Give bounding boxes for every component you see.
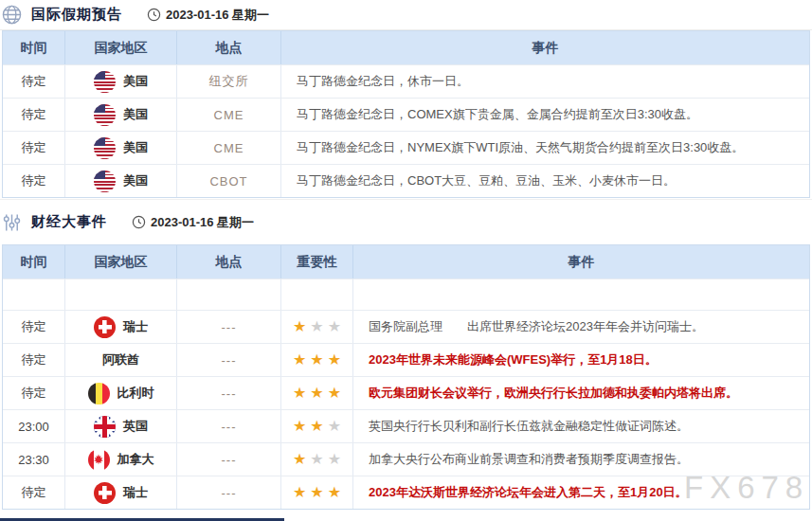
us-flag-icon [94,71,116,93]
star-icon: ★ [328,319,341,334]
time-cell: 待定 [3,132,65,164]
table-row: 待定 美国 CBOT 马丁路德金纪念日，CBOT大豆、豆粕、豆油、玉米、小麦休市… [3,164,809,197]
star-icon: ★ [328,386,341,401]
uk-flag-icon [94,416,116,438]
time-cell: 待定 [3,99,65,131]
star-icon: ★ [328,352,341,368]
time-cell: 23:00 [3,410,65,442]
importance-cell [281,279,353,310]
time-cell: 23:30 [3,443,65,476]
star-icon: ★ [293,452,306,467]
country-name: 美国 [123,139,148,156]
location-cell: --- [177,443,281,476]
star-icon: ★ [293,319,306,334]
event-cell: 英国央行行长贝利和副行长伍兹就金融稳定性做证词陈述。 [353,410,809,442]
location-cell: CME [177,132,281,164]
table-row: 待定 比利时 --- ★★★ 欧元集团财长会议举行，欧洲央行行长拉加德和执委帕内… [3,376,809,409]
country-cell [65,279,177,310]
table-row: 23:00 英国 --- ★★★ 英国央行行长贝利和副行长伍兹就金融稳定性做证词… [3,409,809,442]
country-name: 加拿大 [117,451,154,468]
event-cell: 马丁路德金纪念日，休市一日。 [281,65,809,98]
importance-stars: ★★★ [281,377,353,409]
star-icon: ★ [310,386,323,401]
col-header-importance: 重要性 [281,245,353,278]
star-icon: ★ [293,419,306,434]
country-name: 瑞士 [123,318,148,335]
time-cell: 待定 [3,65,65,98]
event-cell: 国务院副总理 出席世界经济论坛2023年年会并访问瑞士。 [353,311,809,343]
country-cell: 美国 [65,65,177,98]
canada-flag-icon [88,449,110,471]
location-cell: 纽交所 [177,65,281,98]
country-name: 英国 [123,418,148,435]
holiday-section-title: 国际假期预告 [31,6,122,24]
event-cell [353,279,809,310]
time-cell: 待定 [3,476,65,509]
location-cell: --- [177,344,281,376]
clock-icon [132,215,146,229]
table-row: 待定 美国 纽交所 马丁路德金纪念日，休市一日。 [3,64,809,98]
star-icon: ★ [293,386,306,401]
fx678-watermark: FX678 [684,470,809,506]
holiday-section-date: 2023-01-16 星期一 [147,7,269,24]
star-icon: ★ [328,419,341,434]
time-cell: 待定 [3,377,65,409]
events-section-header: 财经大事件 2023-01-16 星期一 [0,199,812,244]
country-cell: 英国 [65,410,177,442]
star-icon: ★ [310,352,323,368]
importance-stars: ★★★ [281,311,353,343]
table-row: 待定 美国 CME 马丁路德金纪念日，COMEX旗下贵金属、金属合约提前至次日3… [3,98,809,131]
holiday-date-text: 2023-01-16 星期一 [166,7,269,24]
event-cell: 欧元集团财长会议举行，欧洲央行行长拉加德和执委帕内塔将出席。 [353,377,809,409]
star-icon: ★ [310,485,323,500]
country-cell: 瑞士 [65,476,177,509]
events-section-title: 财经大事件 [31,213,107,231]
star-icon: ★ [328,485,341,500]
us-flag-icon [94,104,116,126]
col-header-time: 时间 [3,245,65,278]
financial-calendar-page: 国际假期预告 2023-01-16 星期一 时间 国家地区 地点 事件 待定 美… [0,0,812,521]
us-flag-icon [94,137,116,159]
star-icon: ★ [328,452,341,467]
star-icon: ★ [293,485,306,500]
country-cell: 加拿大 [65,443,177,476]
time-cell: 待定 [3,311,65,343]
country-cell: 美国 [65,99,177,131]
sliders-icon [0,211,23,234]
time-cell [3,279,65,310]
maple-leaf-icon [93,454,105,466]
location-cell: CBOT [177,165,281,197]
star-icon: ★ [310,419,323,434]
event-cell: 马丁路德金纪念日，CBOT大豆、豆粕、豆油、玉米、小麦休市一日。 [281,165,809,197]
event-cell: 马丁路德金纪念日，NYMEX旗下WTI原油、天然气期货合约提前至次日3:30收盘… [281,132,809,164]
country-cell: 比利时 [65,377,177,409]
event-cell: 马丁路德金纪念日，COMEX旗下贵金属、金属合约提前至次日3:30收盘。 [281,99,809,131]
clock-icon [147,8,161,22]
star-icon: ★ [310,452,323,467]
country-cell: 阿联酋 [65,344,177,376]
events-section-date: 2023-01-16 星期一 [132,214,254,231]
location-cell [177,279,281,310]
faded-empty-row [3,278,809,310]
col-header-event: 事件 [281,31,809,64]
importance-stars: ★★★ [281,443,353,476]
col-header-location: 地点 [177,31,281,64]
belgium-flag-icon [88,383,110,404]
time-cell: 待定 [3,344,65,376]
country-cell: 美国 [65,165,177,197]
country-name: 瑞士 [123,484,148,501]
importance-stars: ★★★ [281,476,353,509]
country-cell: 美国 [65,132,177,164]
holiday-table: 时间 国家地区 地点 事件 待定 美国 纽交所 马丁路德金纪念日，休市一日。 待… [2,30,810,198]
location-cell: --- [177,377,281,409]
star-icon: ★ [310,319,323,334]
col-header-country: 国家地区 [65,31,177,64]
col-header-time: 时间 [3,31,65,64]
location-cell: --- [177,311,281,343]
us-flag-icon [94,171,116,192]
location-cell: --- [177,410,281,442]
switzerland-flag-icon [94,482,116,504]
event-cell: 2023年世界未来能源峰会(WFES)举行，至1月18日。 [353,344,809,376]
col-header-event: 事件 [353,245,809,278]
country-cell: 瑞士 [65,311,177,343]
